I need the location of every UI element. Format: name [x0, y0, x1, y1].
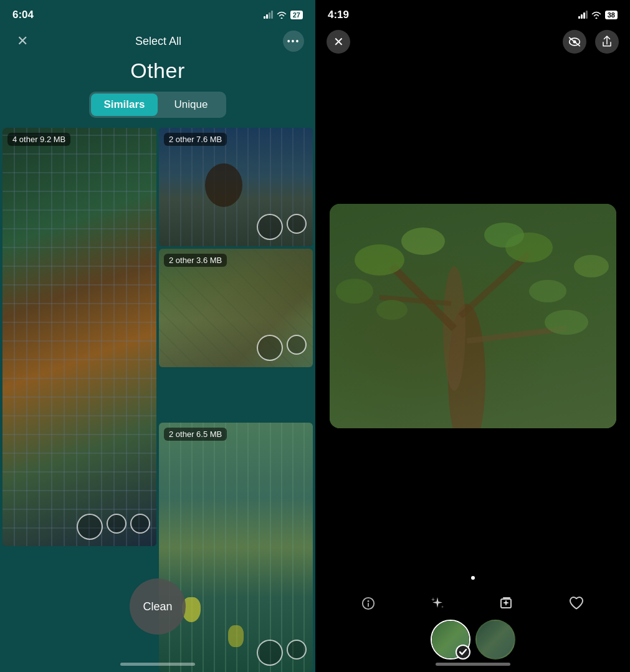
magic-button[interactable] [430, 596, 445, 611]
battery-left: 27 [290, 11, 303, 19]
photo-label-1: 4 other 9.2 MB [7, 133, 70, 146]
photo-cell-2[interactable]: 2 other 7.6 MB [159, 128, 313, 246]
selection-dots-2[interactable] [257, 214, 307, 240]
wifi-icon-right [591, 11, 601, 19]
home-indicator-right [436, 663, 510, 666]
close-icon-right: ✕ [333, 34, 344, 49]
right-panel: 4:19 38 ✕ [315, 0, 630, 672]
tab-unique[interactable]: Unique [158, 94, 224, 116]
scroll-indicator [471, 576, 475, 580]
battery-right: 38 [605, 11, 618, 19]
select-circle-5[interactable] [287, 640, 307, 660]
svg-point-16 [484, 223, 524, 247]
more-icon: ••• [287, 36, 300, 46]
close-button-left[interactable]: ✕ [11, 30, 34, 52]
thumb-checkmark-1 [456, 645, 470, 660]
wifi-icon-left [277, 11, 287, 19]
thumb-img-content-2 [477, 621, 514, 658]
select-circle-3[interactable] [287, 214, 307, 234]
heart-button[interactable] [569, 597, 584, 610]
sparkle-icon [430, 596, 445, 611]
info-button[interactable] [361, 597, 375, 610]
tree-svg [330, 204, 616, 428]
share-button[interactable] [595, 30, 619, 54]
svg-point-13 [336, 279, 373, 304]
left-panel: 6:04 27 ✕ Select All ••• Other Similars [0, 0, 315, 672]
clean-label: Clean [143, 600, 172, 613]
signal-icon-right [578, 11, 588, 19]
selection-dots-1[interactable] [77, 514, 150, 540]
thumb-image-2 [475, 620, 515, 660]
add-to-album-icon [499, 596, 514, 611]
main-photo [330, 204, 616, 428]
thumbnail-1[interactable] [431, 620, 470, 660]
checkmark-icon [459, 649, 467, 655]
add-button[interactable] [499, 596, 514, 611]
select-circle-4[interactable] [287, 335, 307, 355]
selection-dots-4[interactable] [257, 640, 307, 666]
share-icon [601, 36, 613, 48]
heart-icon [569, 597, 584, 610]
segment-control: Similars Unique [89, 92, 226, 118]
photo-cell-3[interactable]: 2 other 3.6 MB [159, 249, 313, 367]
select-circle-main-3[interactable] [257, 335, 283, 361]
select-all-button[interactable]: Select All [135, 35, 181, 48]
main-photo-area [315, 56, 630, 576]
photo-image-1 [2, 128, 156, 546]
select-circle-main-2[interactable] [257, 214, 283, 240]
time-right: 4:19 [328, 9, 349, 21]
photo-image-4 [159, 423, 313, 672]
home-indicator-left [120, 663, 195, 666]
close-button-right[interactable]: ✕ [327, 30, 350, 54]
right-top-icons [563, 30, 619, 54]
svg-point-15 [574, 255, 609, 277]
status-icons-right: 38 [578, 11, 618, 19]
status-icons-left: 27 [264, 11, 303, 19]
svg-point-10 [355, 244, 404, 276]
svg-point-17 [376, 300, 408, 320]
photo-label-2: 2 other 7.6 MB [164, 133, 227, 146]
signal-icon-left [264, 11, 273, 19]
svg-point-14 [545, 310, 588, 335]
top-bar-right: ✕ [315, 25, 630, 56]
info-icon [361, 597, 375, 610]
tab-similars[interactable]: Similars [91, 94, 158, 116]
clean-button[interactable]: Clean [130, 578, 186, 635]
thumbnail-2[interactable] [475, 620, 515, 660]
select-circle-main-4[interactable] [257, 640, 283, 666]
photo-label-4: 2 other 6.5 MB [164, 428, 227, 441]
select-circle-1[interactable] [107, 514, 126, 534]
svg-point-11 [401, 228, 445, 255]
photo-label-3: 2 other 3.6 MB [164, 254, 227, 267]
status-bar-right: 4:19 38 [315, 0, 630, 25]
eye-slash-icon [568, 37, 581, 47]
photo-cell-4[interactable]: 2 other 6.5 MB [159, 423, 313, 672]
photo-cell-1[interactable]: 4 other 9.2 MB [2, 128, 156, 546]
top-bar-left: ✕ Select All ••• [0, 25, 315, 55]
select-circle-main-1[interactable] [77, 514, 103, 540]
svg-point-18 [529, 280, 566, 302]
hide-button[interactable] [563, 30, 586, 54]
page-title: Other [130, 59, 185, 83]
status-bar-left: 6:04 27 [0, 0, 315, 25]
selection-dots-3[interactable] [257, 335, 307, 361]
more-button[interactable]: ••• [283, 31, 304, 52]
select-circle-2[interactable] [130, 514, 150, 534]
time-left: 6:04 [12, 9, 34, 21]
bottom-toolbar [315, 587, 630, 620]
